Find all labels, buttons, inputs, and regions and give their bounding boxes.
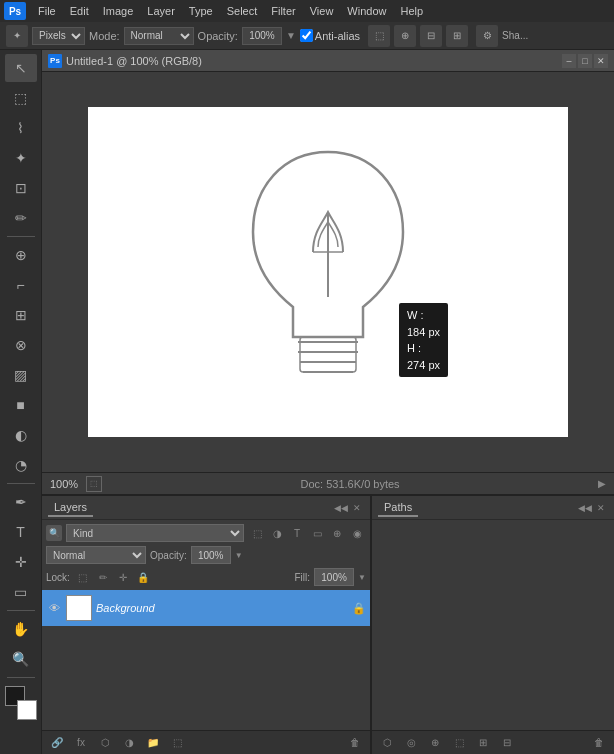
blend-mode-select[interactable]: Normal bbox=[46, 546, 146, 564]
panel-collapse-left[interactable]: ◀◀ bbox=[334, 501, 348, 515]
units-select[interactable]: Pixels bbox=[32, 27, 85, 45]
intersect-icon[interactable]: ⊞ bbox=[446, 25, 468, 47]
mode-label: Mode: bbox=[89, 30, 120, 42]
text-tool[interactable]: T bbox=[5, 518, 37, 546]
selection-to-path-btn[interactable]: ⬚ bbox=[448, 734, 470, 752]
crop-tool[interactable]: ⊡ bbox=[5, 174, 37, 202]
hand-tool[interactable]: ✋ bbox=[5, 615, 37, 643]
layers-panel-header: Layers ◀◀ ✕ bbox=[42, 496, 370, 520]
tab-layers[interactable]: Layers bbox=[48, 499, 93, 517]
path-select-tool[interactable]: ✛ bbox=[5, 548, 37, 576]
lock-label: Lock: bbox=[46, 572, 70, 583]
menu-window[interactable]: Window bbox=[341, 3, 392, 19]
clone-tool[interactable]: ⊞ bbox=[5, 301, 37, 329]
paths-panel-controls: ◀◀ ✕ bbox=[578, 501, 608, 515]
opacity-arrow[interactable]: ▼ bbox=[286, 30, 296, 41]
shape-tool[interactable]: ▭ bbox=[5, 578, 37, 606]
blur-tool[interactable]: ◐ bbox=[5, 421, 37, 449]
filter-adjust-btn[interactable]: ◑ bbox=[268, 524, 286, 542]
status-icon: ⬚ bbox=[86, 476, 102, 492]
spot-heal-tool[interactable]: ⊕ bbox=[5, 241, 37, 269]
opacity-input[interactable] bbox=[242, 27, 282, 45]
lock-pixels-btn[interactable]: ✏ bbox=[94, 568, 112, 586]
move-tool[interactable]: ↖ bbox=[5, 54, 37, 82]
filter-type-btn[interactable]: T bbox=[288, 524, 306, 542]
tool-separator-3 bbox=[7, 610, 35, 611]
tool-preset-icon[interactable]: ✦ bbox=[6, 25, 28, 47]
menu-help[interactable]: Help bbox=[394, 3, 429, 19]
antialias-checkbox[interactable] bbox=[300, 29, 313, 42]
add-adjustment-btn[interactable]: ◑ bbox=[118, 734, 140, 752]
path-to-selection-btn[interactable]: ⊕ bbox=[424, 734, 446, 752]
filter-toggle-btn[interactable]: ◉ bbox=[348, 524, 366, 542]
filter-shape-btn[interactable]: ▭ bbox=[308, 524, 326, 542]
menu-layer[interactable]: Layer bbox=[141, 3, 181, 19]
filter-pixel-btn[interactable]: ⬚ bbox=[248, 524, 266, 542]
lock-transparent-btn[interactable]: ⬚ bbox=[74, 568, 92, 586]
layers-panel-bottom-bar: 🔗 fx ⬡ ◑ 📁 ⬚ 🗑 bbox=[42, 730, 370, 754]
menu-file[interactable]: File bbox=[32, 3, 62, 19]
subtract-icon[interactable]: ⊟ bbox=[420, 25, 442, 47]
new-layer-icon[interactable]: ⬚ bbox=[368, 25, 390, 47]
link-layers-btn[interactable]: 🔗 bbox=[46, 734, 68, 752]
opacity-arrow-icon[interactable]: ▼ bbox=[235, 551, 243, 560]
new-path-btn[interactable]: ⊟ bbox=[496, 734, 518, 752]
history-brush-tool[interactable]: ⊗ bbox=[5, 331, 37, 359]
zoom-tool[interactable]: 🔍 bbox=[5, 645, 37, 673]
delete-path-btn[interactable]: 🗑 bbox=[588, 734, 610, 752]
tool-separator-4 bbox=[7, 677, 35, 678]
options-toolbar: ✦ Pixels Mode: Normal Opacity: ▼ Anti-al… bbox=[0, 22, 614, 50]
menu-edit[interactable]: Edit bbox=[64, 3, 95, 19]
gradient-tool[interactable]: ■ bbox=[5, 391, 37, 419]
dimension-tooltip: W : 184 px H : 274 px bbox=[399, 303, 448, 377]
canvas[interactable]: W : 184 px H : 274 px bbox=[88, 107, 568, 437]
eyedropper-tool[interactable]: ✏ bbox=[5, 204, 37, 232]
fill-value-input[interactable] bbox=[314, 568, 354, 586]
magic-wand-tool[interactable]: ✦ bbox=[5, 144, 37, 172]
lock-icons: ⬚ ✏ ✛ 🔒 bbox=[74, 568, 152, 586]
maximize-button[interactable]: □ bbox=[578, 54, 592, 68]
brush-tool[interactable]: ⌐ bbox=[5, 271, 37, 299]
lock-position-btn[interactable]: ✛ bbox=[114, 568, 132, 586]
lock-all-btn[interactable]: 🔒 bbox=[134, 568, 152, 586]
fill-arrow-icon[interactable]: ▼ bbox=[358, 573, 366, 582]
eraser-tool[interactable]: ▨ bbox=[5, 361, 37, 389]
forward-arrow[interactable]: ▶ bbox=[598, 478, 606, 489]
paths-content bbox=[372, 520, 614, 730]
new-layer-btn[interactable]: ⬚ bbox=[166, 734, 188, 752]
refine-icon[interactable]: ⚙ bbox=[476, 25, 498, 47]
stroke-path-btn[interactable]: ◎ bbox=[400, 734, 422, 752]
add-group-btn[interactable]: 📁 bbox=[142, 734, 164, 752]
layer-visibility-icon[interactable]: 👁 bbox=[46, 600, 62, 616]
paths-panel-collapse-left[interactable]: ◀◀ bbox=[578, 501, 592, 515]
close-button[interactable]: ✕ bbox=[594, 54, 608, 68]
panel-close[interactable]: ✕ bbox=[350, 501, 364, 515]
opacity-value-input[interactable] bbox=[191, 546, 231, 564]
tab-paths[interactable]: Paths bbox=[378, 499, 418, 517]
dodge-tool[interactable]: ◔ bbox=[5, 451, 37, 479]
layer-background[interactable]: 👁 Background 🔒 bbox=[42, 590, 370, 626]
menu-filter[interactable]: Filter bbox=[265, 3, 301, 19]
menu-image[interactable]: Image bbox=[97, 3, 140, 19]
filter-toggle-icon[interactable]: 🔍 bbox=[46, 525, 62, 541]
select-from-icon[interactable]: ⊕ bbox=[394, 25, 416, 47]
fill-path-btn[interactable]: ⬡ bbox=[376, 734, 398, 752]
mode-select[interactable]: Normal bbox=[124, 27, 194, 45]
background-color[interactable] bbox=[17, 700, 37, 720]
delete-layer-btn[interactable]: 🗑 bbox=[344, 734, 366, 752]
filter-kind-select[interactable]: Kind bbox=[66, 524, 244, 542]
paths-panel: Paths ◀◀ ✕ ⬡ ◎ ⊕ ⬚ ⊞ ⊟ 🗑 bbox=[372, 496, 614, 754]
menu-select[interactable]: Select bbox=[221, 3, 264, 19]
add-mask-path-btn[interactable]: ⊞ bbox=[472, 734, 494, 752]
pen-tool[interactable]: ✒ bbox=[5, 488, 37, 516]
add-mask-btn[interactable]: ⬡ bbox=[94, 734, 116, 752]
menu-view[interactable]: View bbox=[304, 3, 340, 19]
minimize-button[interactable]: – bbox=[562, 54, 576, 68]
layer-effects-btn[interactable]: fx bbox=[70, 734, 92, 752]
filter-smart-btn[interactable]: ⊕ bbox=[328, 524, 346, 542]
paths-panel-close[interactable]: ✕ bbox=[594, 501, 608, 515]
lasso-tool[interactable]: ⌇ bbox=[5, 114, 37, 142]
menu-type[interactable]: Type bbox=[183, 3, 219, 19]
marquee-tool[interactable]: ⬚ bbox=[5, 84, 37, 112]
color-box[interactable] bbox=[5, 686, 37, 720]
